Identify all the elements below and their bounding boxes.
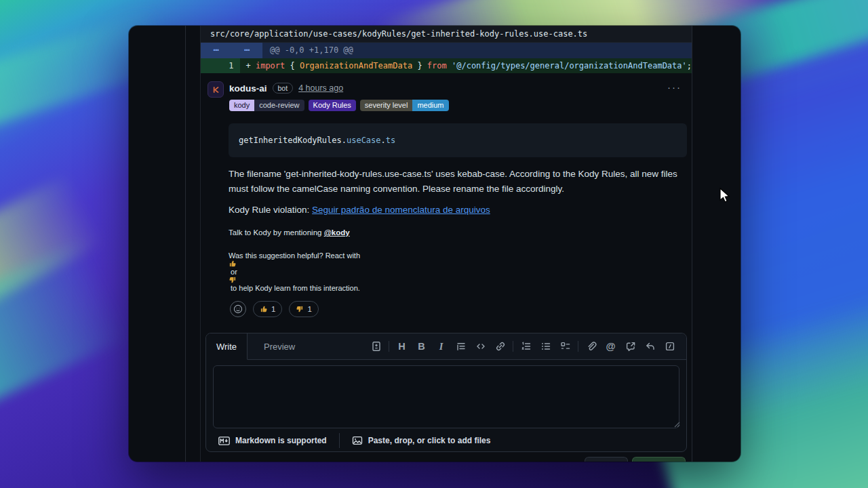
label-severity-level: severity level <box>360 100 413 111</box>
helpful-suffix: to help Kody learn from this interaction… <box>229 284 360 292</box>
heading-button[interactable]: H <box>392 333 412 360</box>
violation-rule-link[interactable]: Seguir padrão de nomenclatura de arquivo… <box>312 205 490 215</box>
code-icon <box>475 341 486 352</box>
helpful-line: Was this suggestion helpful? React with … <box>229 251 362 292</box>
thumbs-up-emoji <box>260 305 268 313</box>
code-token: getInheritedKodyRules <box>239 136 342 145</box>
label-kody-rules: Kody Rules <box>309 100 356 111</box>
thumbs-up-count: 1 <box>271 305 275 313</box>
smiley-icon <box>233 304 243 314</box>
toolbar-divider <box>389 341 389 352</box>
bulleted-list-icon <box>540 341 551 352</box>
helpful-prefix: Was this suggestion helpful? React with <box>229 251 362 260</box>
author-name[interactable]: kodus-ai <box>229 83 267 94</box>
task-list-button[interactable] <box>555 333 575 360</box>
label-severity: severity level medium <box>360 100 449 111</box>
code-button[interactable] <box>471 333 490 360</box>
label-severity-medium: medium <box>412 100 448 111</box>
code-token: import <box>256 61 285 70</box>
thumbs-down-count: 1 <box>307 305 311 313</box>
composer-footer: Markdown is supported Paste, drop, or cl… <box>206 429 686 452</box>
talk-prefix: Talk to Kody by mentioning <box>229 228 324 237</box>
comment-timestamp-link[interactable]: 4 hours ago <box>298 83 343 93</box>
bulleted-list-button[interactable] <box>536 333 555 360</box>
comment-options-kebab-icon[interactable]: ··· <box>662 80 687 94</box>
tab-preview[interactable]: Preview <box>248 333 311 359</box>
italic-button[interactable]: I <box>431 333 451 360</box>
diff-file-path[interactable]: src/core/application/use-cases/kodyRules… <box>201 26 692 43</box>
code-token: } <box>412 61 427 70</box>
toolbar-divider <box>578 341 578 352</box>
code-token: ; <box>687 61 692 70</box>
code-token: . <box>381 136 386 145</box>
avatar[interactable] <box>208 81 224 98</box>
pane-divider <box>185 26 186 462</box>
bot-badge: bot <box>273 83 294 94</box>
markdown-icon <box>218 436 230 445</box>
image-icon <box>352 435 363 446</box>
thumbs-down-emoji <box>296 305 304 313</box>
slash-commands-button[interactable] <box>660 333 679 360</box>
code-token: { <box>285 61 300 70</box>
comment-textarea[interactable] <box>213 365 679 428</box>
thumbs-down-reaction[interactable]: 1 <box>289 301 318 317</box>
paperclip-icon <box>586 341 597 352</box>
violation-line: Kody Rule violation: Seguir padrão de no… <box>229 205 490 215</box>
composer-toolbar: H B I <box>366 333 686 359</box>
diff-hunk-gutter: ⋯ ⋯ <box>201 43 262 58</box>
label-code-review: code-review <box>254 100 304 111</box>
label-row: kody code-review Kody Rules severity lev… <box>229 100 449 111</box>
numbered-list-button[interactable] <box>516 333 536 360</box>
saved-reply-icon <box>371 341 382 352</box>
diff-hunk-header: @@ -0,0 +1,170 @@ <box>262 43 692 58</box>
footer-divider <box>339 433 340 448</box>
reply-icon <box>645 341 656 352</box>
comment-button-partial[interactable] <box>632 457 686 462</box>
slash-command-icon <box>665 341 675 352</box>
thumbs-up-reaction[interactable]: 1 <box>253 301 282 317</box>
app-window: src/core/application/use-cases/kodyRules… <box>129 26 741 462</box>
kody-mention-link[interactable]: @kody <box>324 228 350 237</box>
code-token: . <box>342 136 347 145</box>
paste-note: Paste, drop, or click to add files <box>368 436 491 445</box>
cross-reference-button[interactable] <box>620 333 640 360</box>
secondary-button-partial[interactable] <box>585 457 628 462</box>
markdown-note: Markdown is supported <box>235 436 327 445</box>
review-thread: src/core/application/use-cases/kodyRules… <box>200 26 692 462</box>
thumbs-up-emoji <box>229 260 362 268</box>
kodus-logo-icon <box>211 85 221 95</box>
diff-line-row: 1 + import { OrganizationAndTeamData } f… <box>201 58 692 73</box>
reply-button[interactable] <box>640 333 660 360</box>
comment-composer: Write Preview H B I <box>205 333 687 452</box>
code-token: from <box>427 61 447 70</box>
violation-label: Kody Rule violation: <box>229 205 312 215</box>
diff-hunk-row: ⋯ ⋯ @@ -0,0 +1,170 @@ <box>201 43 692 58</box>
diff-line-number[interactable]: 1 <box>201 58 240 73</box>
link-button[interactable] <box>490 333 510 360</box>
reaction-bar: 1 1 <box>230 301 319 317</box>
helpful-or: or <box>229 268 239 276</box>
add-reaction-button[interactable] <box>230 301 246 317</box>
link-icon <box>495 341 506 352</box>
code-token: ts <box>386 136 395 145</box>
diff-line-code: + import { OrganizationAndTeamData } fro… <box>240 58 692 73</box>
mention-button[interactable]: @ <box>601 333 620 360</box>
talk-line: Talk to Kody by mentioning @kody <box>229 228 350 237</box>
saved-replies-button[interactable] <box>366 333 386 360</box>
tab-write[interactable]: Write <box>206 333 248 360</box>
quote-button[interactable] <box>451 333 471 360</box>
code-token: '@/config/types/general/organizationAndT… <box>452 61 687 70</box>
expand-diff-down-button[interactable]: ⋯ <box>232 43 263 58</box>
code-token <box>447 61 452 70</box>
markdown-help-link[interactable]: Markdown is supported <box>218 436 327 445</box>
bold-button[interactable]: B <box>412 333 431 360</box>
label-kody-code-review: kody code-review <box>229 100 304 111</box>
numbered-list-icon <box>521 341 532 352</box>
filename-code-block: getInheritedKodyRules.useCase.ts <box>229 123 687 157</box>
expand-diff-up-button[interactable]: ⋯ <box>201 43 232 58</box>
attach-file-button[interactable] <box>581 333 601 360</box>
task-list-icon <box>560 341 571 352</box>
code-token: OrganizationAndTeamData <box>300 61 412 70</box>
composer-header: Write Preview H B I <box>206 333 686 360</box>
file-attach-area[interactable]: Paste, drop, or click to add files <box>352 435 491 446</box>
